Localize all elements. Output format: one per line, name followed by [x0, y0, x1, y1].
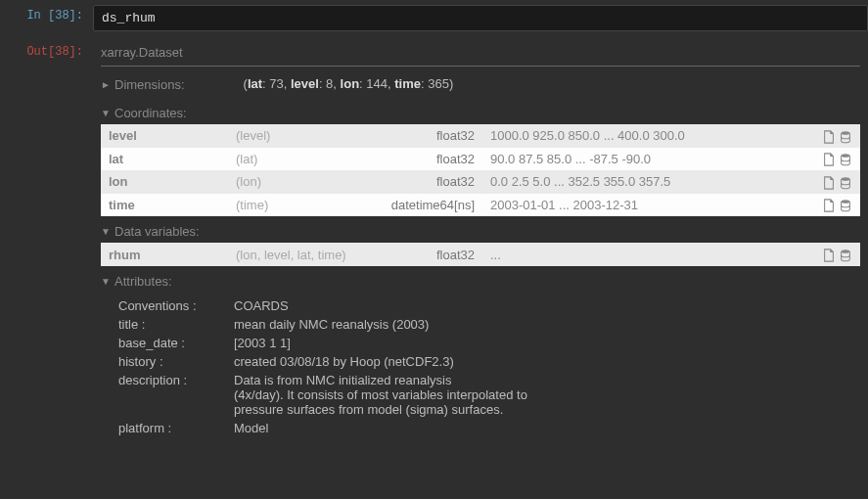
attr-value: created 03/08/18 by Hoop (netCDF2.3) — [234, 354, 860, 369]
attr-value: Model — [234, 421, 860, 435]
input-prompt: In [38]: — [0, 5, 93, 23]
var-preview: 1000.0 925.0 850.0 ... 400.0 300.0 — [482, 124, 811, 148]
attribute-row: title :mean daily NMC reanalysis (2003) — [118, 315, 860, 334]
svg-point-0 — [842, 131, 850, 135]
svg-point-1 — [842, 154, 850, 158]
dim-key: lat — [248, 76, 262, 91]
var-preview: ... — [482, 243, 811, 266]
attr-key: Conventions : — [118, 298, 234, 313]
database-icon — [839, 153, 852, 166]
var-dims: (lat) — [228, 148, 375, 171]
coordinates-toggle[interactable]: ▼ Coordinates: — [101, 106, 860, 120]
var-preview: 0.0 2.5 5.0 ... 352.5 355.0 357.5 — [482, 170, 811, 194]
svg-point-2 — [842, 177, 850, 181]
show-data-button[interactable] — [836, 128, 852, 143]
attribute-row: description :Data is from NMC initialize… — [118, 371, 860, 419]
caret-down-icon: ▼ — [101, 226, 111, 237]
attr-value: mean daily NMC reanalysis (2003) — [234, 317, 860, 332]
attribute-row: base_date :[2003 1 1] — [118, 334, 860, 352]
table-row: time(time)datetime64[ns]2003-01-01 ... 2… — [101, 194, 860, 217]
document-icon — [822, 199, 836, 212]
show-attrs-button[interactable] — [819, 247, 836, 261]
document-icon — [822, 153, 836, 166]
var-dtype: float32 — [375, 243, 482, 266]
output-prompt: Out[38]: — [0, 41, 93, 59]
dimensions-summary: (lat: 73, level: 8, lon: 144, time: 365) — [244, 76, 454, 91]
attributes-toggle[interactable]: ▼ Attributes: — [101, 274, 860, 289]
var-dims: (time) — [228, 194, 375, 217]
attr-key: platform : — [118, 421, 234, 435]
show-data-button[interactable] — [836, 152, 852, 166]
svg-point-3 — [842, 201, 850, 204]
document-icon — [822, 249, 836, 262]
show-attrs-button[interactable] — [819, 198, 836, 212]
attr-key: base_date : — [118, 336, 234, 350]
var-name: lon — [101, 170, 228, 194]
table-row: lon(lon)float320.0 2.5 5.0 ... 352.5 355… — [101, 170, 860, 194]
database-icon — [839, 130, 852, 144]
attr-key: history : — [118, 354, 234, 369]
dimensions-label-text: Dimensions: — [114, 77, 185, 92]
show-data-button[interactable] — [836, 174, 852, 189]
table-row: lat(lat)float3290.0 87.5 85.0 ... -87.5 … — [101, 148, 860, 171]
attribute-row: platform :Model — [118, 419, 860, 437]
var-name: lat — [101, 148, 228, 171]
output-cell: Out[38]: xarray.Dataset ► Dimensions: (l… — [0, 36, 868, 454]
document-icon — [822, 176, 836, 190]
var-name: time — [101, 194, 228, 217]
dim-key: level — [291, 76, 319, 91]
show-data-button[interactable] — [836, 247, 852, 261]
xarray-header: xarray.Dataset — [101, 41, 860, 67]
attributes-list: Conventions :COARDStitle :mean daily NMC… — [101, 296, 860, 437]
attributes-section: ▼ Attributes: Conventions :COARDStitle :… — [101, 274, 860, 437]
database-icon — [839, 199, 852, 212]
dim-val: : 8, — [319, 76, 341, 91]
attr-key: title : — [118, 317, 234, 332]
show-attrs-button[interactable] — [819, 128, 836, 143]
data-variables-table: rhum(lon, level, lat, time)float32... — [101, 243, 860, 266]
dim-val: : 73, — [262, 76, 291, 91]
caret-down-icon: ▼ — [101, 276, 111, 287]
var-dtype: float32 — [375, 170, 482, 194]
var-dims: (lon, level, lat, time) — [228, 243, 375, 266]
var-dims: (lon) — [228, 170, 375, 194]
document-icon — [822, 130, 836, 144]
output-area: xarray.Dataset ► Dimensions: (lat: 73, l… — [93, 41, 868, 449]
database-icon — [839, 176, 852, 190]
show-attrs-button[interactable] — [819, 174, 836, 189]
dim-val: : 144, — [359, 76, 394, 91]
attr-key: description : — [118, 373, 234, 417]
caret-down-icon: ▼ — [101, 108, 111, 118]
database-icon — [839, 249, 852, 262]
dim-key: time — [394, 76, 421, 91]
svg-point-4 — [842, 250, 850, 253]
coordinates-section: ▼ Coordinates: level(level)float321000.0… — [101, 106, 860, 216]
show-attrs-button[interactable] — [819, 152, 836, 166]
input-cell: In [38]: ds_rhum — [0, 0, 868, 36]
dimensions-section: ► Dimensions: (lat: 73, level: 8, lon: 1… — [101, 76, 860, 92]
data-variables-label-text: Data variables: — [114, 224, 200, 239]
attributes-label-text: Attributes: — [114, 274, 172, 289]
var-name: level — [101, 124, 228, 148]
var-dtype: float32 — [375, 124, 482, 148]
var-dtype: float32 — [375, 148, 482, 171]
dim-key: lon — [341, 76, 360, 91]
dimensions-label[interactable]: ► Dimensions: — [101, 77, 185, 92]
table-row: rhum(lon, level, lat, time)float32... — [101, 243, 860, 266]
var-name: rhum — [101, 243, 228, 266]
attr-value: [2003 1 1] — [234, 336, 860, 350]
var-dtype: datetime64[ns] — [375, 194, 482, 217]
var-preview: 90.0 87.5 85.0 ... -87.5 -90.0 — [482, 148, 811, 171]
var-dims: (level) — [228, 124, 375, 148]
attribute-row: history :created 03/08/18 by Hoop (netCD… — [118, 352, 860, 371]
data-variables-section: ▼ Data variables: rhum(lon, level, lat, … — [101, 224, 860, 266]
coordinates-label-text: Coordinates: — [114, 106, 187, 120]
var-preview: 2003-01-01 ... 2003-12-31 — [482, 194, 811, 217]
attr-value: Data is from NMC initialized reanalysis … — [234, 373, 860, 417]
dim-val: : 365 — [421, 76, 449, 91]
paren-close: ) — [449, 76, 453, 91]
code-input[interactable]: ds_rhum — [93, 5, 868, 31]
data-variables-toggle[interactable]: ▼ Data variables: — [101, 224, 860, 239]
show-data-button[interactable] — [836, 198, 852, 212]
caret-right-icon: ► — [101, 79, 111, 90]
